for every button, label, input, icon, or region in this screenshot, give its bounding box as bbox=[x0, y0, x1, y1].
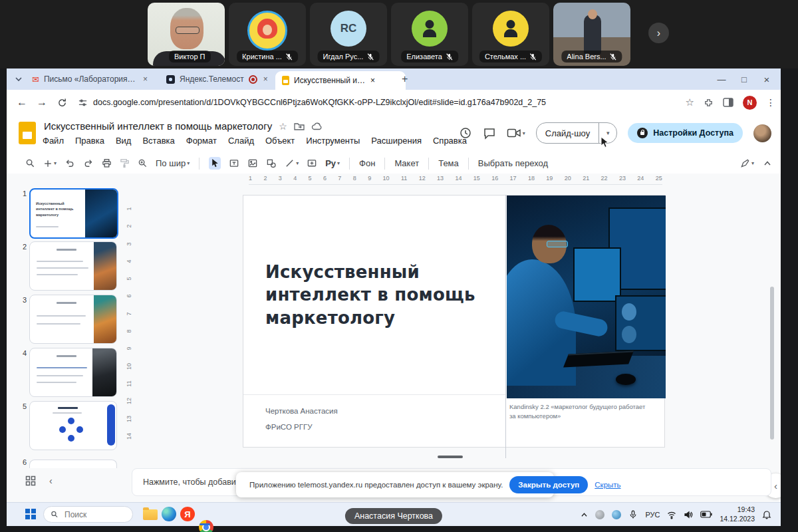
insert-line-icon[interactable]: ▾ bbox=[285, 158, 299, 168]
slide-thumbnail-5[interactable] bbox=[29, 401, 117, 450]
chrome-icon[interactable] bbox=[199, 520, 213, 532]
tray-expand-icon[interactable] bbox=[581, 512, 588, 517]
participant-tile-kristina[interactable]: Кристина ... bbox=[229, 3, 306, 66]
window-minimize-button[interactable]: — bbox=[710, 68, 733, 90]
slide-thumbnail-1[interactable]: Искусственный интеллект в помощь маркето… bbox=[29, 188, 118, 239]
more-participants-button[interactable]: › bbox=[648, 23, 669, 43]
tab-close-icon[interactable]: × bbox=[263, 74, 268, 84]
file-explorer-icon[interactable] bbox=[143, 509, 158, 520]
extensions-icon[interactable] bbox=[704, 98, 714, 108]
tray-app-icon[interactable] bbox=[595, 510, 604, 519]
laser-pointer-button[interactable]: Pу▾ bbox=[325, 158, 340, 168]
tray-mic-icon[interactable] bbox=[628, 510, 638, 519]
current-slide[interactable]: Искусственный интеллект в помощь маркето… bbox=[243, 195, 665, 448]
search-tools-icon[interactable] bbox=[25, 158, 35, 168]
menu-extensions[interactable]: Расширения bbox=[371, 136, 422, 146]
select-tool-icon[interactable] bbox=[209, 157, 221, 170]
search-input[interactable] bbox=[63, 509, 126, 520]
participant-tile-igdal[interactable]: RC Игдал Рус... bbox=[310, 3, 387, 66]
comments-icon[interactable] bbox=[483, 127, 496, 140]
slide-author-org[interactable]: ФРиСО РГГУ bbox=[265, 423, 312, 431]
slide-thumbnail-3[interactable] bbox=[29, 295, 117, 344]
slideshow-button[interactable]: Слайд-шоу ▾ bbox=[536, 122, 617, 144]
image-caption[interactable]: Kandinsky 2.2 «маркетолог будущего работ… bbox=[509, 402, 649, 421]
move-folder-icon[interactable] bbox=[294, 122, 305, 130]
menu-slide[interactable]: Слайд bbox=[228, 136, 254, 146]
volume-icon[interactable] bbox=[684, 510, 693, 519]
share-access-button[interactable]: Настройки Доступа bbox=[628, 123, 743, 143]
zoom-mode-select[interactable]: По шир▾ bbox=[156, 158, 190, 168]
menu-object[interactable]: Объект bbox=[265, 136, 295, 146]
participant-tile-stelmakh[interactable]: Стельмах ... bbox=[472, 3, 549, 66]
version-history-icon[interactable] bbox=[459, 126, 472, 140]
print-icon[interactable] bbox=[102, 158, 112, 168]
pen-tool-icon[interactable]: ▾ bbox=[740, 158, 754, 168]
collapse-toolbar-icon[interactable] bbox=[763, 160, 771, 166]
tray-globe-icon[interactable] bbox=[612, 510, 621, 519]
browser-menu-icon[interactable]: ⋮ bbox=[766, 97, 775, 108]
layout-button[interactable]: Макет bbox=[394, 158, 419, 168]
stop-sharing-button[interactable]: Закрыть доступ bbox=[509, 476, 588, 493]
tab-slides-active[interactable]: Искусственный интеллект в п × bbox=[275, 71, 406, 90]
menu-edit[interactable]: Правка bbox=[75, 136, 104, 146]
vertical-scrollbar[interactable] bbox=[770, 287, 774, 440]
url-text[interactable]: docs.google.com/presentation/d/1DOVkQYBG… bbox=[93, 98, 546, 107]
menu-view[interactable]: Вид bbox=[116, 136, 132, 146]
tab-close-icon[interactable]: × bbox=[143, 74, 148, 84]
scroll-indicator[interactable] bbox=[438, 456, 463, 458]
document-title[interactable]: Искусственный интеллект в помощь маркето… bbox=[44, 120, 272, 132]
insert-image-icon[interactable] bbox=[247, 158, 258, 168]
bookmark-star-icon[interactable]: ☆ bbox=[686, 96, 694, 108]
menu-insert[interactable]: Вставка bbox=[142, 136, 174, 146]
grid-view-icon[interactable] bbox=[25, 475, 36, 486]
participant-tile-alina[interactable]: Alina Bers... bbox=[553, 3, 630, 66]
account-avatar[interactable] bbox=[753, 124, 771, 142]
hide-notification-link[interactable]: Скрыть bbox=[595, 481, 620, 489]
google-slides-logo[interactable] bbox=[19, 122, 36, 144]
battery-icon[interactable] bbox=[700, 511, 712, 518]
window-maximize-button[interactable]: □ bbox=[733, 68, 755, 90]
join-call-icon[interactable]: ▾ bbox=[507, 128, 525, 138]
undo-icon[interactable] bbox=[65, 158, 75, 168]
insert-plus-icon[interactable]: ▾ bbox=[43, 159, 57, 168]
text-box-icon[interactable] bbox=[229, 158, 239, 168]
tab-telemost[interactable]: Яндекс.Телемост × bbox=[161, 68, 282, 90]
site-info-icon[interactable] bbox=[78, 98, 88, 108]
insert-comment-icon[interactable] bbox=[307, 158, 317, 168]
taskbar-search[interactable] bbox=[43, 506, 133, 523]
redo-icon[interactable] bbox=[83, 158, 94, 168]
browser-profile-avatar[interactable]: N bbox=[743, 96, 757, 110]
wifi-icon[interactable] bbox=[667, 510, 676, 519]
clock[interactable]: 19:43 14.12.2023 bbox=[720, 505, 755, 523]
background-button[interactable]: Фон bbox=[359, 158, 375, 168]
star-document-icon[interactable]: ☆ bbox=[279, 121, 287, 132]
filmstrip-collapse-icon[interactable]: ‹ bbox=[49, 475, 53, 486]
slide-image[interactable] bbox=[507, 196, 666, 398]
edge-browser-icon[interactable] bbox=[162, 507, 176, 521]
tab-yandex-mail[interactable]: ✉ Письмо «Лаборатория марк × bbox=[27, 68, 166, 90]
forward-icon[interactable]: → bbox=[32, 96, 52, 108]
side-panel-icon[interactable] bbox=[723, 98, 733, 107]
transition-button[interactable]: Выбрать переход bbox=[478, 158, 548, 168]
insert-shape-icon[interactable] bbox=[266, 158, 277, 168]
slide-title[interactable]: Искусственный интеллект в помощь маркето… bbox=[265, 261, 485, 329]
participant-tile-viktor[interactable]: Виктор П bbox=[148, 3, 225, 66]
slide-author-name[interactable]: Черткова Анастасия bbox=[265, 407, 338, 415]
reload-icon[interactable] bbox=[57, 98, 67, 108]
notification-bell-icon[interactable] bbox=[762, 509, 771, 519]
start-button[interactable] bbox=[25, 509, 36, 519]
back-icon[interactable]: ← bbox=[12, 96, 32, 108]
zoom-in-icon[interactable] bbox=[138, 158, 148, 168]
paint-format-icon[interactable] bbox=[120, 158, 130, 168]
tab-search-icon[interactable] bbox=[15, 76, 23, 82]
slide-thumbnail-4[interactable] bbox=[29, 348, 117, 397]
menu-file[interactable]: Файл bbox=[43, 136, 64, 146]
new-tab-button[interactable]: + bbox=[396, 68, 420, 90]
menu-tools[interactable]: Инструменты bbox=[306, 136, 360, 146]
tab-close-icon[interactable]: × bbox=[370, 76, 375, 85]
language-indicator[interactable]: РУС bbox=[645, 511, 660, 519]
slideshow-dropdown-icon[interactable]: ▾ bbox=[599, 130, 616, 136]
theme-button[interactable]: Тема bbox=[438, 158, 459, 168]
yandex-browser-icon[interactable]: Я bbox=[180, 507, 195, 521]
cloud-status-icon[interactable] bbox=[311, 122, 323, 130]
